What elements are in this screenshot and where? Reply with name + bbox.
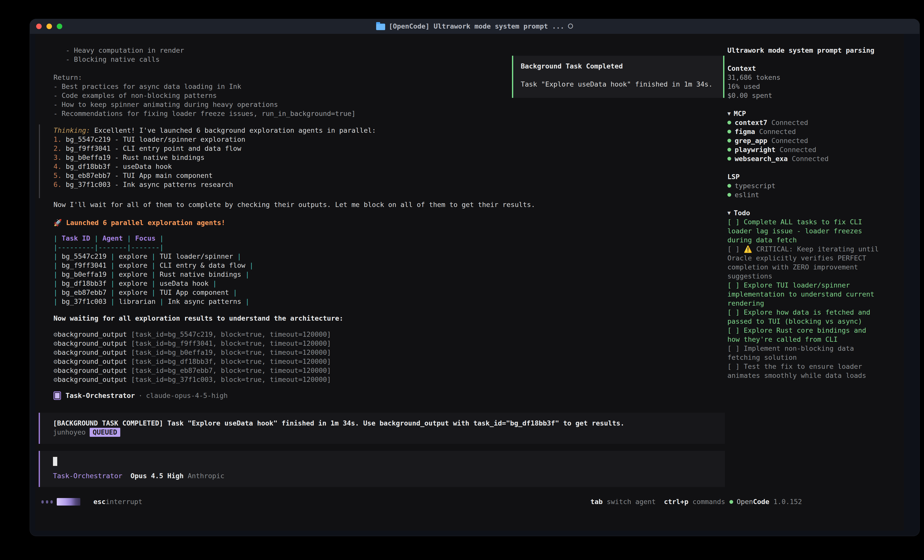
background-task-completed-block: [BACKGROUND TASK COMPLETED] Task "Explor… <box>39 413 725 444</box>
item-text: bg_eb87ebb7 - TUI App main component <box>62 172 213 180</box>
background-task-toast[interactable]: Background Task Completed Task "Explore … <box>512 56 724 98</box>
table-row: | bg_37f1c003 | librarian | Ink async pa… <box>54 297 741 306</box>
output-line: - Recommendations for fixing loader free… <box>54 109 741 118</box>
cell-agent: explore <box>115 289 152 296</box>
lsp-item: eslint <box>728 190 893 199</box>
thinking-item: 1. bg_5547c219 - TUI loader/spinner expl… <box>54 135 741 144</box>
terminal-surface: - Heavy computation in render - Blocking… <box>35 34 904 531</box>
mcp-section-header[interactable]: ▼MCP <box>728 109 893 118</box>
mcp-name: grep_app <box>735 137 767 145</box>
lsp-section-header: LSP <box>728 172 893 181</box>
pipe: | <box>54 234 57 242</box>
context-tokens: 31,686 tokens <box>728 73 893 82</box>
screenshot-root: [OpenCode] Ultrawork mode system prompt … <box>0 0 924 560</box>
tool-args: [task_id=bg_b0effa19, block=true, timeou… <box>127 349 331 356</box>
pipe: | <box>152 252 155 260</box>
mcp-item: context7 Connected <box>728 118 893 127</box>
mcp-status: Connected <box>767 137 808 145</box>
task-completed-meta: junhoyeoQUEUED <box>53 428 725 437</box>
thinking-block: Thinking: Excellent! I've launched 6 bac… <box>39 124 741 198</box>
tool-call-line: ⚙background_output [task_id=bg_b0effa19,… <box>54 348 741 357</box>
cell-agent: explore <box>115 252 152 260</box>
sidebar: Ultrawork mode system prompt parsing Con… <box>728 46 893 380</box>
chevron-down-icon: ▼ <box>728 111 730 117</box>
todo-item: [ ] Complete ALL tasks to fix CLI loader… <box>728 217 882 245</box>
item-number: 6. <box>54 181 62 189</box>
session-title: Ultrawork mode system prompt parsing <box>728 46 893 55</box>
task-completed-message: [BACKGROUND TASK COMPLETED] Task "Explor… <box>53 419 725 428</box>
tool-call-line: ⚙background_output [task_id=bg_f9ff3041,… <box>54 339 741 348</box>
item-text: bg_df18bb3f - useData hook <box>62 163 172 170</box>
mcp-status: Connected <box>776 146 816 154</box>
mcp-item: playwright Connected <box>728 145 893 154</box>
cell-focus: Rust native bindings <box>155 271 245 278</box>
tool-name: background_output <box>57 340 127 347</box>
prompt-input[interactable]: Task-Orchestrator Opus 4.5 High Anthropi… <box>39 451 725 487</box>
mcp-item: grep_app Connected <box>728 136 893 145</box>
mcp-name: playwright <box>735 146 776 154</box>
gear-icon: ⚙ <box>54 367 57 374</box>
gear-icon: ⚙ <box>54 340 57 347</box>
spinner-dots-icon <box>41 500 53 503</box>
app-version: 1.0.152 <box>770 497 802 506</box>
tab-key-label: switch agent <box>603 497 656 506</box>
todo-header-label: Todo <box>734 209 750 217</box>
status-circle-icon: ⭘ <box>568 22 573 31</box>
cell-focus: CLI entry & data flow <box>155 261 249 269</box>
app-window: [OpenCode] Ultrawork mode system prompt … <box>30 19 920 536</box>
pipe: | <box>54 252 57 260</box>
cell-task-id: bg_f9ff3041 <box>57 261 111 269</box>
status-dot-icon <box>728 130 731 133</box>
tool-name: background_output <box>57 367 127 374</box>
assistant-text: Now I'll wait for all of them to complet… <box>54 200 741 209</box>
item-number: 5. <box>54 172 62 180</box>
pipe: | <box>54 280 57 287</box>
mcp-status: Connected <box>788 155 829 163</box>
esc-key-label: interrupt <box>106 497 142 506</box>
separator-dot: · <box>138 391 142 400</box>
input-line[interactable] <box>53 457 725 466</box>
tool-call-line: ⚙background_output [task_id=bg_5547c219,… <box>54 330 741 339</box>
lsp-name: eslint <box>735 191 759 199</box>
table-header-row: | Task ID | Agent | Focus | <box>54 234 741 243</box>
toast-title: Background Task Completed <box>521 62 723 71</box>
tool-args: [task_id=bg_37f1c003, block=true, timeou… <box>127 376 331 383</box>
cell-agent: explore <box>115 280 152 287</box>
todo-section-header[interactable]: ▼Todo <box>728 208 893 217</box>
input-meta-row: Task-Orchestrator Opus 4.5 High Anthropi… <box>53 472 725 481</box>
thinking-intro: Thinking: Excellent! I've launched 6 bac… <box>54 126 741 135</box>
spacer <box>656 497 664 506</box>
context-header: Context <box>728 64 893 73</box>
pipe: | <box>111 252 115 260</box>
app-name-open: Open <box>737 497 753 506</box>
item-text: bg_b0effa19 - Rust native bindings <box>62 154 205 161</box>
pipe: | <box>233 289 237 296</box>
item-text: bg_37f1c003 - Ink async patterns researc… <box>62 181 233 189</box>
conversation-pane: - Heavy computation in render - Blocking… <box>54 46 741 487</box>
context-used: 16% used <box>728 82 893 91</box>
pipe: | <box>54 261 57 269</box>
tool-args: [task_id=bg_f9ff3041, block=true, timeou… <box>127 340 331 347</box>
launched-line: 🚀 Launched 6 parallel exploration agents… <box>54 218 741 227</box>
spacer <box>728 100 893 109</box>
status-dot-icon <box>728 184 731 188</box>
mcp-item: figma Connected <box>728 127 893 136</box>
item-text: bg_5547c219 - TUI loader/spinner explora… <box>62 135 246 143</box>
table-row: | bg_f9ff3041 | explore | CLI entry & da… <box>54 261 741 270</box>
spacer <box>728 55 893 64</box>
tool-name: background_output <box>57 376 127 383</box>
tool-call-line: ⚙background_output [task_id=bg_eb87ebb7,… <box>54 366 741 375</box>
pipe: | <box>245 271 249 278</box>
table-row: | bg_df18bb3f | explore | useData hook | <box>54 279 741 288</box>
todo-item: [ ] Explore how data is fetched and pass… <box>728 308 882 326</box>
window-title-group: [OpenCode] Ultrawork mode system prompt … <box>30 19 920 34</box>
cell-focus: useData hook <box>155 280 213 287</box>
todo-item: [ ] ⚠️ CRITICAL: Keep iterating until Or… <box>728 245 882 281</box>
pipe: | <box>249 261 254 269</box>
pipe: | <box>54 271 57 278</box>
mcp-item: websearch_exa Connected <box>728 154 893 163</box>
spacer <box>728 199 893 208</box>
cell-agent: librarian <box>115 298 160 305</box>
tool-call-line: ⚙background_output [task_id=bg_37f1c003,… <box>54 375 741 384</box>
pipe: | <box>152 261 155 269</box>
